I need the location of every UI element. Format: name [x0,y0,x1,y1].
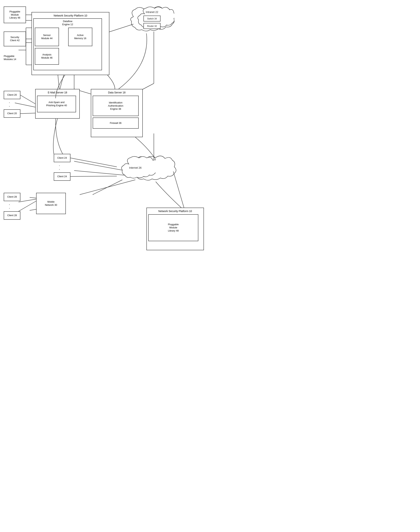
client-24-top: Client 24 [54,154,70,162]
network-security-platform-top: Network Security Platform 10 Dataflow En… [31,12,109,75]
pluggable-modules-14-label: Pluggable Modules 14 [4,55,22,61]
svg-text:Internet 26: Internet 26 [129,166,142,169]
svg-line-33 [20,113,35,114]
svg-line-24 [70,158,117,167]
svg-text:Intranet 22: Intranet 22 [146,11,158,14]
internet-cloud-label: Internet 26 [115,156,156,185]
dataflow-engine-12: Dataflow Engine 12 Sensor Module 44 Acti… [33,18,102,70]
anti-spam-engine-40: Anti-Spam and Phishing Engine 40 [37,96,76,112]
mobile-network-30: Mobile Network 30 [36,193,66,214]
client-20-bottom: Client 20 [4,109,20,118]
client-28-bottom: Client 28 [4,211,20,220]
pluggable-module-library-bottom: Pluggable Module Library 48 [148,214,198,241]
analysis-module-46: Analysis Module 46 [35,48,59,65]
client-24-bottom: Client 24 [54,172,70,181]
internet-svg: Internet 26 [115,156,156,185]
svg-line-10 [15,103,37,107]
sensor-module-44: Sensor Module 44 [35,28,59,46]
intranet-cloud-label: Intranet 22 Switch 34 Router 32 [130,6,174,40]
email-server-18: E-Mail Server 18 Anti-Spam and Phishing … [35,89,80,119]
id-auth-engine-38: Identification Authentication Engine 38 [93,96,139,116]
client-20-top: Client 20 [4,91,20,99]
svg-line-32 [20,95,35,104]
firewall-36: Firewall 36 [93,118,139,129]
svg-text:Switch 34: Switch 34 [147,17,157,20]
data-server-18: Data Server 18 Identification Authentica… [91,89,143,137]
svg-text:Router 32: Router 32 [147,25,157,28]
client-28-top: Client 28 [4,193,20,201]
security-client-42: Security Client 42 [4,31,26,46]
svg-line-25 [70,176,117,176]
active-memory-16: Active Memory 16 [68,28,92,46]
diagram-container: Pluggable Module Library 48 Security Cli… [0,0,210,266]
intranet-svg: Intranet 22 Switch 34 Router 32 [130,6,174,40]
network-security-platform-bottom: Network Security Platform 10 Pluggable M… [146,208,204,250]
pluggable-module-library-top: Pluggable Module Library 48 [4,6,26,23]
